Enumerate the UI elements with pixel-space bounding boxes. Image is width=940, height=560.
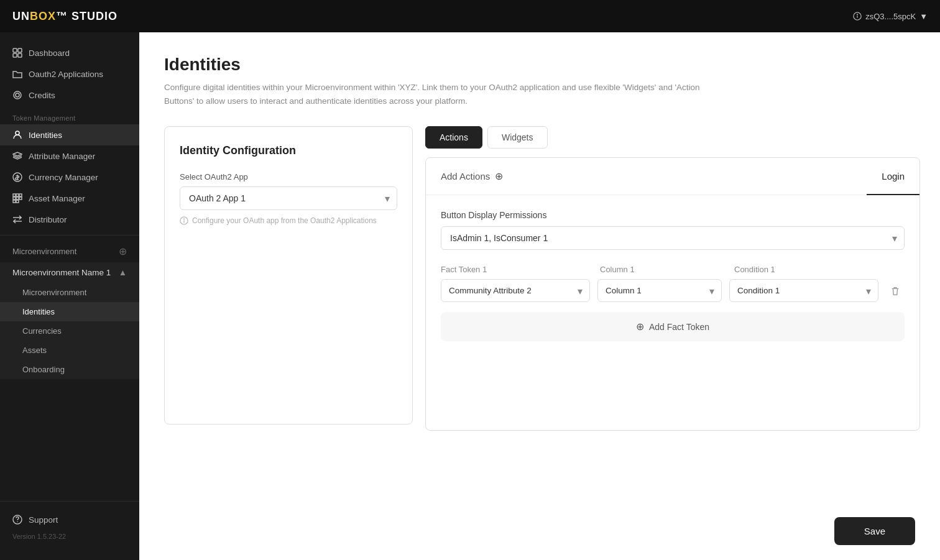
- sidebar-item-attribute-manager[interactable]: Attribute Manager: [0, 145, 139, 167]
- oauth-select-wrapper: OAuth 2 App 1 ▾: [180, 186, 397, 210]
- sidebar-sub-item-assets[interactable]: Assets: [0, 341, 139, 360]
- token-management-label: Token Management: [0, 106, 139, 124]
- page-description: Configure digital identities within your…: [164, 81, 724, 108]
- sidebar-item-credits[interactable]: Credits: [0, 85, 139, 106]
- sidebar-item-label: Oauth2 Applications: [29, 70, 103, 79]
- topbar: UNBOX™ STUDIO zsQ3....5spcK ▼: [0, 0, 940, 32]
- sidebar-item-label: Credits: [29, 91, 55, 100]
- config-hint: Configure your OAuth app from the Oauth2…: [180, 216, 397, 225]
- sidebar-item-label: Currency Manager: [29, 173, 98, 182]
- folder-icon: [12, 69, 22, 79]
- sidebar-sub-item-microenvironment[interactable]: Microenvironment: [0, 283, 139, 302]
- svg-point-21: [184, 219, 185, 219]
- svg-rect-12: [16, 194, 19, 196]
- content-row: Identity Configuration Select OAuth2 App…: [164, 126, 915, 431]
- panel-body: Button Display Permissions IsAdmin 1, Is…: [426, 195, 919, 356]
- info-icon: [853, 12, 862, 21]
- sidebar-item-label: Support: [29, 515, 58, 525]
- sidebar-item-dashboard[interactable]: Dashboard: [0, 42, 139, 63]
- sidebar-sub-item-identities[interactable]: Identities: [0, 302, 139, 321]
- sidebar-item-asset-manager[interactable]: Asset Manager: [0, 188, 139, 209]
- permissions-select-wrapper: IsAdmin 1, IsConsumer 1 ▾: [441, 226, 905, 250]
- user-menu[interactable]: zsQ3....5spcK ▼: [853, 12, 928, 21]
- user-id: zsQ3....5spcK: [865, 12, 916, 21]
- fact-token-select[interactable]: Community Attribute 2: [441, 279, 590, 302]
- page-title: Identities: [164, 55, 915, 75]
- permissions-select[interactable]: IsAdmin 1, IsConsumer 1: [441, 226, 905, 250]
- svg-point-2: [857, 14, 858, 15]
- sub-item-label: Currencies: [22, 326, 62, 336]
- condition-select-wrapper: Condition 1 ▾: [729, 279, 878, 302]
- sidebar-item-label: Identities: [29, 131, 62, 140]
- right-panel: Actions Widgets Add Actions ⊕ Login Butt…: [425, 126, 920, 431]
- condition-1-label: Condition 1: [734, 265, 905, 274]
- add-actions-button[interactable]: Add Actions ⊕: [426, 158, 518, 195]
- grid-icon: [12, 48, 22, 58]
- sidebar-item-currency-manager[interactable]: Currency Manager: [0, 167, 139, 188]
- dollar-icon: [12, 172, 22, 182]
- tab-actions[interactable]: Actions: [425, 126, 482, 149]
- app-logo: UNBOX™ STUDIO: [12, 10, 118, 23]
- plus-circle-icon: ⊕: [495, 170, 503, 182]
- sidebar-item-identities[interactable]: Identities: [0, 124, 139, 145]
- layers-icon: [12, 151, 22, 161]
- sub-item-label: Identities: [22, 307, 55, 316]
- trash-icon: [890, 285, 901, 296]
- svg-rect-6: [18, 53, 22, 57]
- sidebar-sub-item-currencies[interactable]: Currencies: [0, 321, 139, 341]
- microenv-group-header[interactable]: Microenvironment Name 1 ▲: [0, 262, 139, 283]
- config-hint-text: Configure your OAuth app from the Oauth2…: [192, 216, 377, 225]
- circle-icon: [12, 90, 22, 100]
- tabs-row: Actions Widgets: [425, 126, 920, 149]
- svg-rect-15: [16, 197, 19, 200]
- svg-rect-18: [16, 200, 19, 203]
- user-icon: [12, 130, 22, 140]
- svg-point-9: [16, 131, 19, 135]
- microenv-group: Microenvironment Name 1 ▲ Microenvironme…: [0, 262, 139, 379]
- fact-token-row: Fact Token 1 Column 1 Condition 1 Commun…: [441, 265, 905, 302]
- sidebar-item-distributor[interactable]: Distributor: [0, 209, 139, 230]
- save-button[interactable]: Save: [834, 517, 915, 545]
- add-fact-token-label: Add Fact Token: [649, 322, 709, 332]
- svg-point-8: [16, 93, 19, 97]
- svg-point-7: [14, 91, 21, 99]
- identity-config-card: Identity Configuration Select OAuth2 App…: [164, 126, 413, 425]
- sidebar-item-label: Asset Manager: [29, 194, 85, 203]
- microenv-section-header: Microenvironment ⊕: [0, 241, 139, 262]
- delete-fact-token-button[interactable]: [886, 282, 905, 300]
- microenv-group-name: Microenvironment Name 1: [12, 268, 111, 277]
- chevron-down-icon: ▼: [919, 12, 928, 21]
- save-btn-container: Save: [834, 517, 915, 545]
- fact-token-1-label: Fact Token 1: [441, 265, 590, 274]
- oauth-app-select[interactable]: OAuth 2 App 1: [180, 186, 397, 210]
- sub-item-label: Assets: [22, 346, 47, 355]
- sidebar-item-label: Distributor: [29, 215, 67, 224]
- login-tab[interactable]: Login: [867, 158, 919, 195]
- sub-item-label: Onboarding: [22, 365, 65, 374]
- support-icon: [12, 515, 22, 525]
- add-fact-token-button[interactable]: ⊕ Add Fact Token: [441, 312, 905, 341]
- column-select[interactable]: Column 1: [597, 279, 722, 302]
- actions-panel-header: Add Actions ⊕ Login: [426, 158, 919, 195]
- fact-token-controls: Community Attribute 2 ▾ Column 1 ▾: [441, 279, 905, 302]
- condition-select[interactable]: Condition 1: [729, 279, 878, 302]
- grid-small-icon: [12, 193, 22, 203]
- svg-rect-11: [13, 194, 16, 196]
- add-actions-label: Add Actions: [441, 171, 490, 181]
- tab-widgets[interactable]: Widgets: [487, 126, 548, 149]
- sidebar-sub-item-onboarding[interactable]: Onboarding: [0, 360, 139, 379]
- arrow-switch-icon: [12, 214, 22, 224]
- add-microenv-icon[interactable]: ⊕: [119, 246, 127, 257]
- column-select-wrapper: Column 1 ▾: [597, 279, 722, 302]
- select-oauth-label: Select OAuth2 App: [180, 172, 397, 181]
- fact-token-select-wrapper: Community Attribute 2 ▾: [441, 279, 590, 302]
- sidebar-item-label: Dashboard: [29, 48, 70, 58]
- sidebar-item-oauth2[interactable]: Oauth2 Applications: [0, 63, 139, 85]
- svg-rect-14: [13, 197, 16, 200]
- sub-item-label: Microenvironment: [22, 288, 86, 297]
- svg-rect-17: [13, 200, 16, 203]
- sidebar-bottom: Support Version 1.5.23-22: [0, 501, 139, 550]
- fact-token-labels: Fact Token 1 Column 1 Condition 1: [441, 265, 905, 274]
- sidebar-item-support[interactable]: Support: [0, 509, 139, 530]
- svg-rect-5: [13, 53, 17, 57]
